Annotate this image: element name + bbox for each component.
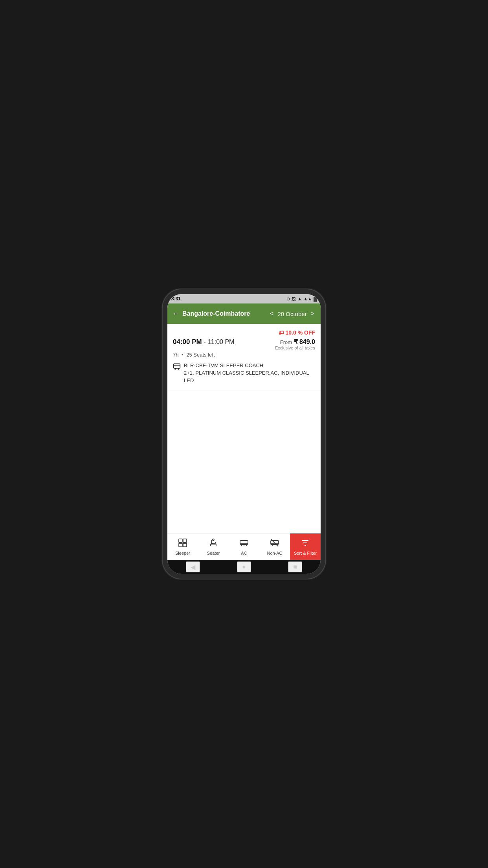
non-ac-icon [270,538,279,550]
nav-sleeper[interactable]: Sleeper [167,533,198,560]
bus-details: BLR-CBE-TVM SLEEPER COACH 2+1, PLATINUM … [184,362,315,384]
system-recents-button[interactable]: ■ [288,561,302,572]
svg-point-5 [178,369,179,370]
nav-seater-label: Seater [207,551,220,555]
bus-icon [173,362,181,372]
seater-icon [209,538,218,550]
nav-seater[interactable]: Seater [198,533,229,560]
bus-info-row: BLR-CBE-TVM SLEEPER COACH 2+1, PLATINUM … [173,362,315,384]
nav-sort-filter[interactable]: Sort & Filter [290,533,321,560]
toolbar-left: ← Bangalore-Coimbatore [172,310,250,318]
price-section: From ₹ 849.0 Exclusive of all taxes [275,338,315,350]
ac-icon [239,538,249,550]
duration: 7h [173,352,178,358]
status-time: 8:31 [171,296,181,302]
status-icons: ⊙ 🖼 ▲ ▲▲ ▓ [286,296,317,302]
svg-rect-11 [240,541,248,544]
phone-frame: 8:31 ⊙ 🖼 ▲ ▲▲ ▓ ← Bangalore-Coimbatore <… [163,289,325,579]
current-date: 20 October [277,311,306,317]
bus-card[interactable]: 🏷 10.0 % OFF 04:00 PM - 11:00 PM From ₹ … [167,324,321,390]
world-icon: ⊙ [286,296,290,302]
departure-time: 04:00 PM [173,338,202,346]
arrival-time: - 11:00 PM [204,338,234,345]
system-home-button[interactable]: ● [237,561,251,572]
svg-rect-6 [179,539,182,542]
bus-name: BLR-CBE-TVM SLEEPER COACH 2+1, PLATINUM … [184,362,309,383]
svg-rect-7 [183,539,187,542]
prev-date-button[interactable]: < [268,309,275,319]
dot-separator: • [182,352,183,358]
timing-info: 04:00 PM - 11:00 PM [173,338,234,346]
svg-rect-9 [183,543,187,547]
wifi-icon: ▲ [297,296,302,301]
meta-row: 7h • 25 Seats left [173,352,315,358]
time-row: 04:00 PM - 11:00 PM From ₹ 849.0 Exclusi… [173,338,315,350]
signal-icon: ▲▲ [303,296,312,301]
price-from-label: From [280,339,292,345]
svg-point-4 [175,369,176,370]
price-tax-note: Exclusive of all taxes [275,346,315,350]
discount-badge: 🏷 10.0 % OFF [279,329,315,336]
sleeper-icon [178,538,187,550]
nav-ac-label: AC [241,551,247,555]
status-bar: 8:31 ⊙ 🖼 ▲ ▲▲ ▓ [167,294,321,303]
image-icon: 🖼 [292,296,296,301]
nav-ac[interactable]: AC [229,533,259,560]
date-nav: < 20 October > [268,309,316,319]
back-button[interactable]: ← [172,310,179,318]
battery-icon: ▓ [314,296,317,301]
price-amount: ₹ 849.0 [294,338,316,345]
phone-screen: 8:31 ⊙ 🖼 ▲ ▲▲ ▓ ← Bangalore-Coimbatore <… [167,294,321,574]
card-top-row: 🏷 10.0 % OFF [173,329,315,336]
toolbar: ← Bangalore-Coimbatore < 20 October > [167,303,321,324]
sort-filter-icon [301,538,310,550]
content-area: 🏷 10.0 % OFF 04:00 PM - 11:00 PM From ₹ … [167,324,321,533]
system-nav: ◀ ● ■ [167,560,321,574]
page-title: Bangalore-Coimbatore [182,310,250,317]
svg-point-10 [213,539,214,541]
system-back-button[interactable]: ◀ [186,561,200,572]
tag-icon: 🏷 [279,329,284,336]
svg-rect-8 [179,543,182,547]
nav-non-ac-label: Non-AC [267,551,282,555]
nav-sleeper-label: Sleeper [175,551,190,555]
nav-sort-filter-label: Sort & Filter [294,551,317,555]
seats-left: 25 Seats left [186,352,215,358]
nav-non-ac[interactable]: Non-AC [259,533,290,560]
next-date-button[interactable]: > [309,309,316,319]
bottom-nav: Sleeper Seater [167,533,321,560]
discount-text: 10.0 % OFF [286,329,315,336]
